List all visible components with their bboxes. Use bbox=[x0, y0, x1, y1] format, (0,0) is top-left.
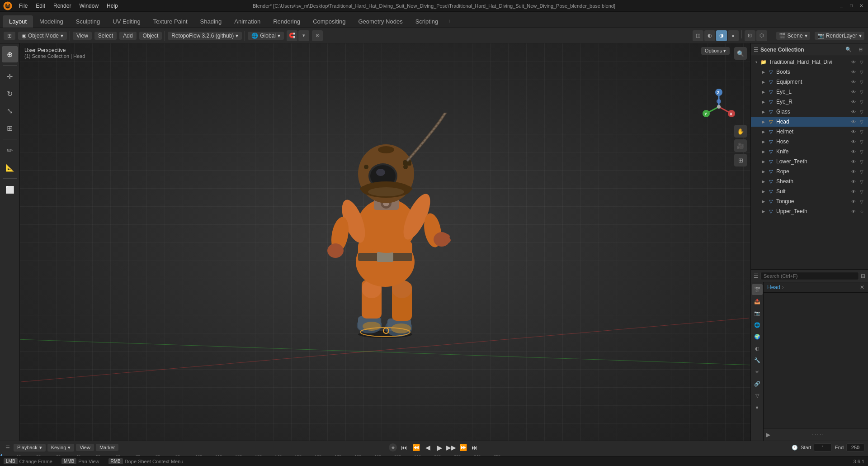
step-fwd-btn[interactable]: ▶▶ bbox=[447, 443, 456, 452]
select-tool[interactable]: ⊕ bbox=[2, 46, 18, 62]
outliner-item-eye-r[interactable]: ▶ ▽ Eye_R 👁 ▽ bbox=[751, 97, 868, 107]
outliner-item-eye-l[interactable]: ▶ ▽ Eye_L 👁 ▽ bbox=[751, 87, 868, 97]
play-btn[interactable]: ▶ bbox=[435, 443, 444, 452]
hose-vis[interactable]: 👁 bbox=[850, 138, 857, 145]
lteeth-tri[interactable]: ▽ bbox=[858, 158, 865, 165]
ptab-scene[interactable]: 🌐 bbox=[752, 319, 763, 330]
glass-tri[interactable]: ▽ bbox=[858, 108, 865, 115]
equip-tri[interactable]: ▽ bbox=[858, 78, 865, 86]
keying-btn[interactable]: Keying ▾ bbox=[47, 444, 75, 452]
solid-shade[interactable]: ◐ bbox=[704, 30, 715, 41]
viewport[interactable]: User Perspective (1) Scene Collection | … bbox=[20, 43, 750, 441]
ptab-constraints[interactable]: 🔗 bbox=[752, 378, 763, 389]
outliner-item-lower-teeth[interactable]: ▶ ▽ Lower_Teeth 👁 ▽ bbox=[751, 157, 868, 166]
eye-r-vis[interactable]: 👁 bbox=[850, 98, 857, 105]
move-tool[interactable]: ✛ bbox=[2, 68, 18, 85]
wireframe-shade[interactable]: ◫ bbox=[693, 30, 703, 41]
annotate-tool[interactable]: ✏ bbox=[2, 142, 18, 158]
tab-compositing[interactable]: Compositing bbox=[307, 15, 352, 28]
pan-btn[interactable]: ✋ bbox=[734, 125, 747, 138]
outliner-item-tongue[interactable]: ▶ ▽ Tongue 👁 ▽ bbox=[751, 196, 868, 206]
tab-layout[interactable]: Layout bbox=[3, 15, 33, 28]
outliner-item-equipment[interactable]: ▶ ▽ Equipment 👁 ▽ bbox=[751, 77, 868, 87]
helmet-vis[interactable]: 👁 bbox=[850, 128, 857, 135]
eye-l-tri[interactable]: ▽ bbox=[858, 88, 865, 95]
renderlayer-selector[interactable]: 📷 RenderLayer ▾ bbox=[815, 32, 864, 40]
ptab-modifier[interactable]: 🔧 bbox=[752, 355, 763, 366]
proportional-toggle[interactable]: ⊙ bbox=[312, 30, 323, 41]
step-back-btn[interactable]: ◀ bbox=[423, 443, 432, 452]
outliner-search-icon[interactable]: 🔍 bbox=[844, 45, 854, 55]
sheath-tri[interactable]: ▽ bbox=[858, 178, 865, 185]
snap-options[interactable]: ▾ bbox=[298, 30, 309, 41]
tab-sculpting[interactable]: Sculpting bbox=[70, 15, 106, 28]
axis-gizmo[interactable]: Z X Y bbox=[701, 89, 737, 125]
outliner-menu-icon[interactable]: ☰ bbox=[754, 47, 759, 53]
xray-toggle[interactable]: ⬡ bbox=[756, 30, 767, 41]
outliner-item-hose[interactable]: ▶ ▽ Hose 👁 ▽ bbox=[751, 137, 868, 147]
grid-view-btn[interactable]: ⊞ bbox=[734, 154, 747, 166]
head-tri[interactable]: ▽ bbox=[858, 118, 865, 125]
ptab-particles[interactable]: ✳ bbox=[752, 366, 763, 377]
rendered-shade[interactable]: ● bbox=[728, 30, 739, 41]
add-menu[interactable]: Add bbox=[119, 32, 136, 40]
outliner-item-sheath[interactable]: ▶ ▽ Sheath 👁 ▽ bbox=[751, 176, 868, 186]
tab-rendering[interactable]: Rendering bbox=[267, 15, 307, 28]
outliner-filter-icon[interactable]: ⊟ bbox=[855, 45, 865, 55]
select-menu[interactable]: Select bbox=[94, 32, 117, 40]
tab-scripting[interactable]: Scripting bbox=[409, 15, 445, 28]
jump-end-btn[interactable]: ⏭ bbox=[470, 443, 479, 452]
tab-animation[interactable]: Animation bbox=[228, 15, 267, 28]
object-menu[interactable]: Object bbox=[139, 32, 162, 40]
minimize-button[interactable]: _ bbox=[837, 2, 845, 10]
knife-vis[interactable]: 👁 bbox=[850, 148, 857, 155]
helmet-tri[interactable]: ▽ bbox=[858, 128, 865, 135]
knife-tri[interactable]: ▽ bbox=[858, 148, 865, 155]
exclude-icon[interactable]: ▽ bbox=[858, 58, 865, 66]
outliner-item-scene-coll[interactable]: ▾ 📁 Traditional_Hard_Hat_Divi 👁 ▽ bbox=[751, 57, 868, 67]
outliner-item-glass[interactable]: ▶ ▽ Glass 👁 ▽ bbox=[751, 107, 868, 117]
glass-vis[interactable]: 👁 bbox=[850, 108, 857, 115]
eye-r-tri[interactable]: ▽ bbox=[858, 98, 865, 105]
boots-vis[interactable]: 👁 bbox=[850, 68, 857, 76]
outliner-item-head[interactable]: ▶ ▽ Head 👁 ▽ bbox=[751, 117, 868, 127]
tongue-tri[interactable]: ▽ bbox=[858, 198, 865, 205]
playback-btn[interactable]: Playback ▾ bbox=[14, 444, 46, 452]
tl-view-btn[interactable]: View bbox=[76, 444, 94, 451]
rope-tri[interactable]: ▽ bbox=[858, 168, 865, 175]
measure-tool[interactable]: 📐 bbox=[2, 159, 18, 176]
tab-texture-paint[interactable]: Texture Paint bbox=[147, 15, 194, 28]
ptab-view-layer[interactable]: 📷 bbox=[752, 308, 763, 319]
ptab-material[interactable]: ● bbox=[752, 402, 763, 413]
outliner-item-knife[interactable]: ▶ ▽ Knife 👁 ▽ bbox=[751, 147, 868, 157]
camera-btn[interactable]: 🎥 bbox=[734, 139, 747, 152]
scene-selector[interactable]: 🎬 Scene ▾ bbox=[776, 32, 810, 40]
hose-tri[interactable]: ▽ bbox=[858, 138, 865, 145]
properties-play-icon[interactable]: ▶ bbox=[766, 432, 770, 438]
options-button[interactable]: Options ▾ bbox=[701, 47, 730, 55]
prev-keyframe-btn[interactable]: ⏪ bbox=[411, 443, 420, 452]
outliner-item-helmet[interactable]: ▶ ▽ Helmet 👁 ▽ bbox=[751, 127, 868, 137]
tab-modeling[interactable]: Modeling bbox=[33, 15, 70, 28]
header-mode-icon[interactable]: ⊞ bbox=[4, 32, 15, 40]
suit-tri[interactable]: ▽ bbox=[858, 188, 865, 195]
transform-orientation[interactable]: 🌐 Global ▾ bbox=[248, 32, 284, 40]
tab-uv-editing[interactable]: UV Editing bbox=[106, 15, 146, 28]
tongue-vis[interactable]: 👁 bbox=[850, 198, 857, 205]
start-frame-input[interactable] bbox=[814, 443, 832, 452]
ptab-world[interactable]: 🌍 bbox=[752, 331, 763, 342]
snap-toggle[interactable]: 🧲 bbox=[287, 30, 297, 41]
sheath-vis[interactable]: 👁 bbox=[850, 178, 857, 185]
outliner-item-upper-teeth[interactable]: ▶ ▽ Upper_Teeth 👁 ☆ bbox=[751, 206, 868, 216]
keyframe-circle[interactable]: ◆ bbox=[389, 443, 397, 452]
next-keyframe-btn[interactable]: ⏩ bbox=[458, 443, 467, 452]
maximize-button[interactable]: □ bbox=[847, 2, 855, 10]
timeline-menu-icon[interactable]: ☰ bbox=[4, 443, 12, 452]
properties-search-input[interactable] bbox=[760, 272, 859, 280]
breadcrumb-head[interactable]: Head bbox=[767, 284, 780, 290]
add-primitive-tool[interactable]: ⬜ bbox=[2, 181, 18, 198]
tab-shading[interactable]: Shading bbox=[194, 15, 228, 28]
ptab-object[interactable]: ◐ bbox=[752, 343, 763, 354]
visibility-icon[interactable]: 👁 bbox=[850, 58, 857, 66]
menu-edit[interactable]: Edit bbox=[32, 2, 49, 10]
